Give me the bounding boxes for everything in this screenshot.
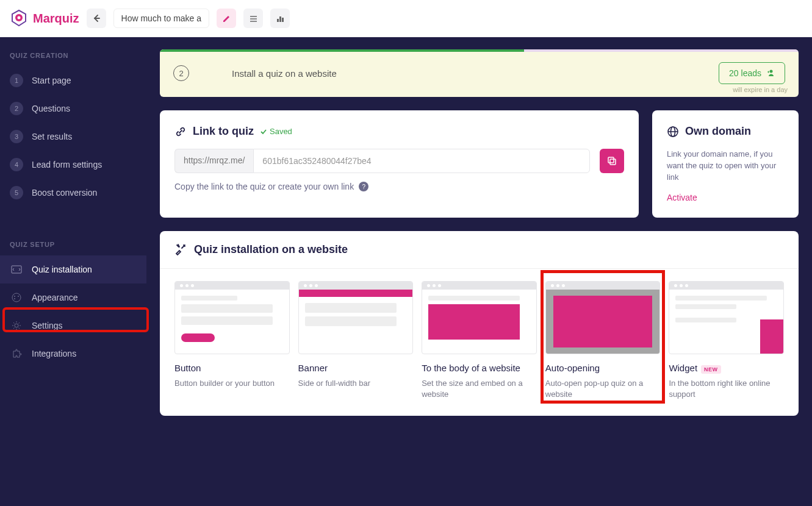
preview-banner [298,281,414,354]
link-help-text: Copy the link to the quiz or create your… [174,182,624,191]
activate-link[interactable]: Activate [667,193,697,202]
progress-bar-fill [160,49,524,52]
check-icon [260,128,267,135]
install-option-body[interactable]: To the body of a website Set the size an… [422,281,537,400]
palette-icon [10,291,23,304]
puzzle-icon [10,347,23,360]
quiz-url-input[interactable] [253,149,590,173]
tools-icon [174,243,187,255]
install-option-auto-opening[interactable]: Auto-opening Auto-open pop-up quiz on a … [545,281,661,400]
svg-point-10 [12,293,21,302]
sidebar-section-setup: QUIZ SETUP [0,241,146,255]
svg-rect-16 [610,159,616,165]
sidebar-item-appearance[interactable]: Appearance [0,283,146,312]
copy-icon [606,155,617,166]
list-button[interactable] [243,9,263,28]
install-notice: 2 Install a quiz on a website 20 leads w… [160,49,799,97]
install-option-widget[interactable]: WidgetNEW In the bottom right like onlin… [669,281,784,400]
svg-rect-17 [608,157,614,163]
svg-point-13 [14,298,15,299]
notice-text: Install a quiz on a website [232,68,676,79]
back-button[interactable] [87,9,106,28]
sidebar-item-questions[interactable]: 2Questions [0,94,146,123]
link-to-quiz-card: Link to quiz Saved https://mrqz.me/ Copy… [160,110,639,218]
quiz-installation-card: Quiz installation on a website Button Bu… [160,231,799,416]
globe-icon [667,126,679,138]
svg-rect-8 [282,18,284,22]
sidebar-item-quiz-installation[interactable]: Quiz installation [0,255,146,283]
sidebar-item-settings[interactable]: Settings [0,312,146,340]
sidebar-item-start-page[interactable]: 1Start page [0,66,146,94]
logo-icon [10,9,28,27]
expire-text: will expire in a day [733,86,788,93]
add-user-icon [766,69,775,77]
edit-button[interactable] [217,9,236,28]
sidebar-item-integrations[interactable]: Integrations [0,340,146,368]
sidebar-item-boost-conversion[interactable]: 5Boost conversion [0,179,146,207]
logo-text: Marquiz [33,12,79,26]
sidebar-item-lead-form[interactable]: 4Lead form settings [0,151,146,179]
install-card-title: Quiz installation on a website [194,243,348,256]
svg-point-15 [770,70,773,73]
domain-card-title: Own domain [685,125,751,138]
leads-button[interactable]: 20 leads [719,62,785,84]
code-icon [10,263,23,276]
help-icon[interactable]: ? [359,182,368,191]
sidebar-item-set-results[interactable]: 3Set results [0,123,146,151]
main: QUIZ CREATION 1Start page 2Questions 3Se… [0,37,812,506]
svg-point-11 [14,296,15,297]
quiz-name-input[interactable]: How much to make a [113,9,210,28]
url-prefix: https://mrqz.me/ [174,149,253,173]
own-domain-card: Own domain Link your domain name, if you… [652,110,799,218]
copy-button[interactable] [600,149,624,173]
step-number: 2 [173,65,189,81]
logo[interactable]: Marquiz [10,9,79,27]
svg-rect-7 [279,16,281,22]
link-icon [174,126,187,138]
install-option-banner[interactable]: Banner Side or full-width bar [298,281,414,400]
svg-rect-6 [277,19,279,22]
content: 2 Install a quiz on a website 20 leads w… [146,37,812,506]
sidebar-section-creation: QUIZ CREATION [0,52,146,66]
preview-body [422,281,537,354]
svg-point-1 [18,16,21,20]
link-card-title: Link to quiz [193,125,254,138]
new-badge: NEW [701,365,721,374]
svg-point-14 [15,324,18,327]
sidebar: QUIZ CREATION 1Start page 2Questions 3Se… [0,37,146,506]
install-option-button[interactable]: Button Button builder or your button [174,281,290,400]
saved-indicator: Saved [260,127,292,136]
gear-icon [10,319,23,332]
preview-button [174,281,290,354]
svg-point-12 [18,296,19,297]
preview-auto-opening [545,281,661,354]
stats-button[interactable] [270,9,290,28]
preview-widget [669,281,784,354]
domain-card-text: Link your domain name, if you want the q… [667,149,784,184]
topbar: Marquiz How much to make a [0,0,812,37]
